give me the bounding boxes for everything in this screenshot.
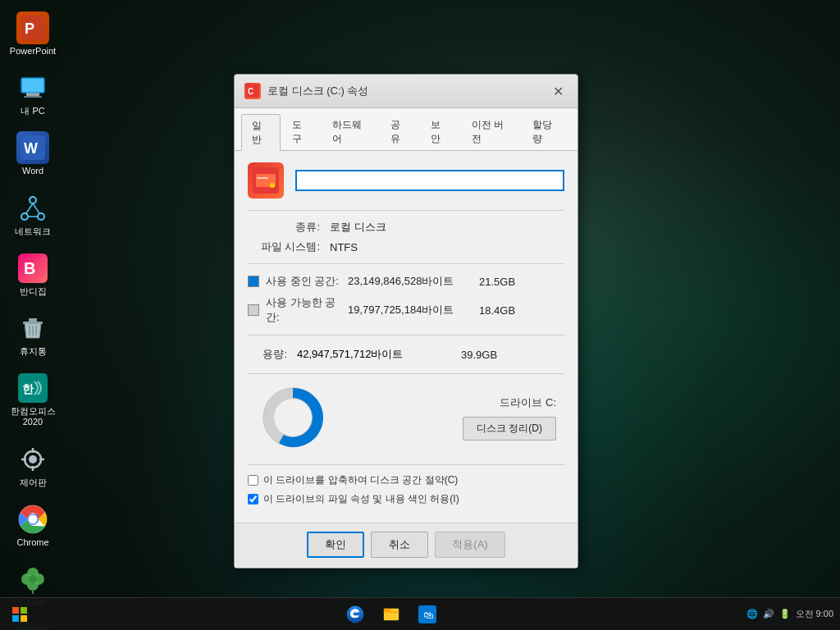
disk-cleanup-button[interactable]: 디스크 정리(D): [463, 417, 556, 441]
modal-title-text: 로컬 디스크 (C:) 속성: [267, 84, 369, 98]
apply-button[interactable]: 적용(A): [435, 532, 504, 558]
free-space-row: 사용 가능한 공간: 19,797,725,184바이트 18.4GB: [248, 292, 564, 328]
drive-label: 드라이브 C:: [500, 395, 556, 410]
taskbar-right: 🌐 🔊 🔋 오전 9:00: [746, 608, 840, 620]
modal-content-area: 종류: 로컬 디스크 파일 시스템: NTFS 사용 중인 공간: 23,149…: [235, 151, 578, 523]
space-section: 사용 중인 공간: 23,149,846,528바이트 21.5GB 사용 가능…: [248, 271, 564, 328]
title-left: C 로컬 디스크 (C:) 속성: [244, 83, 369, 99]
used-space-row: 사용 중인 공간: 23,149,846,528바이트 21.5GB: [248, 271, 564, 292]
free-bytes: 19,797,725,184바이트: [348, 303, 479, 317]
taskbar-store[interactable]: 🛍: [411, 598, 444, 631]
modal-titlebar: C 로컬 디스크 (C:) 속성 ✕: [235, 75, 578, 108]
filesystem-row: 파일 시스템: NTFS: [248, 237, 564, 257]
used-label: 사용 중인 공간:: [266, 274, 348, 289]
disk-header: [248, 162, 564, 199]
capacity-row: 용량: 42,947,571,712바이트 39.9GB: [248, 342, 564, 367]
svg-text:🛍: 🛍: [422, 609, 432, 620]
svg-rect-56: [384, 608, 390, 611]
svg-rect-52: [12, 615, 19, 622]
svg-point-54: [346, 605, 363, 623]
tab-quota[interactable]: 할당량: [522, 113, 570, 150]
divider-3: [248, 335, 564, 336]
tab-sharing[interactable]: 공유: [380, 113, 419, 150]
info-table: 종류: 로컬 디스크 파일 시스템: NTFS: [248, 217, 564, 257]
compress-checkbox[interactable]: [248, 475, 258, 486]
capacity-label: 용량:: [248, 347, 297, 362]
compress-checkbox-row: 이 드라이브를 압축하여 디스크 공간 절약(C): [248, 473, 564, 487]
clock: 오전 9:00: [796, 608, 833, 620]
used-bytes: 23,149,846,528바이트: [348, 274, 479, 289]
title-disk-icon: C: [244, 83, 261, 99]
ok-button[interactable]: 확인: [307, 532, 364, 558]
used-indicator: [248, 276, 259, 287]
capacity-gb: 39.9GB: [461, 349, 497, 361]
tab-tools[interactable]: 도구: [281, 113, 321, 150]
svg-rect-51: [21, 607, 27, 614]
svg-rect-46: [257, 177, 268, 179]
disk-drive-icon: [248, 162, 284, 199]
cancel-button[interactable]: 취소: [371, 532, 428, 558]
properties-dialog: C 로컬 디스크 (C:) 속성 ✕ 일반 도구 하드웨어 공유 보안 이전 버…: [234, 74, 578, 568]
tab-previous[interactable]: 이전 버전: [461, 113, 521, 150]
type-label: 종류:: [248, 220, 330, 235]
type-value: 로컬 디스크: [330, 220, 386, 235]
capacity-bytes: 42,947,571,712바이트: [297, 347, 461, 362]
type-row: 종류: 로컬 디스크: [248, 217, 564, 237]
compress-label[interactable]: 이 드라이브를 압축하여 디스크 공간 절약(C): [263, 473, 458, 487]
svg-point-45: [270, 183, 275, 188]
tab-security[interactable]: 보안: [420, 113, 459, 150]
network-tray-icon: 🌐: [746, 609, 758, 619]
taskbar-edge[interactable]: [339, 598, 372, 631]
svg-rect-50: [12, 607, 19, 614]
modal-overlay: C 로컬 디스크 (C:) 속성 ✕ 일반 도구 하드웨어 공유 보안 이전 버…: [0, 0, 840, 630]
system-tray: 🌐 🔊 🔋 오전 9:00: [746, 608, 833, 620]
divider-1: [248, 210, 564, 211]
pie-chart: [256, 381, 330, 454]
free-label: 사용 가능한 공간:: [266, 295, 348, 325]
modal-close-button[interactable]: ✕: [548, 81, 568, 101]
divider-4: [248, 373, 564, 374]
volume-icon: 🔊: [763, 609, 774, 619]
used-gb: 21.5GB: [479, 276, 515, 288]
free-indicator: [248, 304, 259, 316]
index-checkbox-row: 이 드라이브의 파일 속성 및 내용 색인 허용(I): [248, 492, 564, 506]
divider-2: [248, 263, 564, 264]
start-button[interactable]: [3, 598, 36, 631]
filesystem-label: 파일 시스템:: [248, 240, 330, 254]
checkbox-section: 이 드라이브를 압축하여 디스크 공간 절약(C) 이 드라이브의 파일 속성 …: [248, 464, 564, 506]
index-checkbox[interactable]: [248, 494, 258, 504]
filesystem-value: NTFS: [330, 241, 358, 253]
taskbar-left: [0, 598, 36, 631]
modal-tabs: 일반 도구 하드웨어 공유 보안 이전 버전 할당량: [235, 108, 578, 151]
svg-text:C: C: [248, 87, 253, 96]
taskbar-center: 🛍: [339, 598, 444, 631]
tab-hardware[interactable]: 하드웨어: [322, 113, 379, 150]
taskbar-explorer[interactable]: [375, 598, 408, 631]
chart-section: 드라이브 C: 디스크 정리(D): [248, 381, 564, 454]
taskbar: 🛍 🌐 🔊 🔋 오전 9:00: [0, 597, 840, 630]
battery-icon: 🔋: [779, 609, 791, 619]
svg-rect-53: [21, 615, 27, 622]
svg-rect-57: [384, 611, 399, 612]
modal-buttons: 확인 취소 적용(A): [235, 523, 578, 568]
index-label[interactable]: 이 드라이브의 파일 속성 및 내용 색인 허용(I): [263, 492, 459, 506]
tab-general[interactable]: 일반: [241, 114, 281, 151]
disk-name-input[interactable]: [295, 170, 564, 191]
free-gb: 18.4GB: [479, 304, 515, 317]
